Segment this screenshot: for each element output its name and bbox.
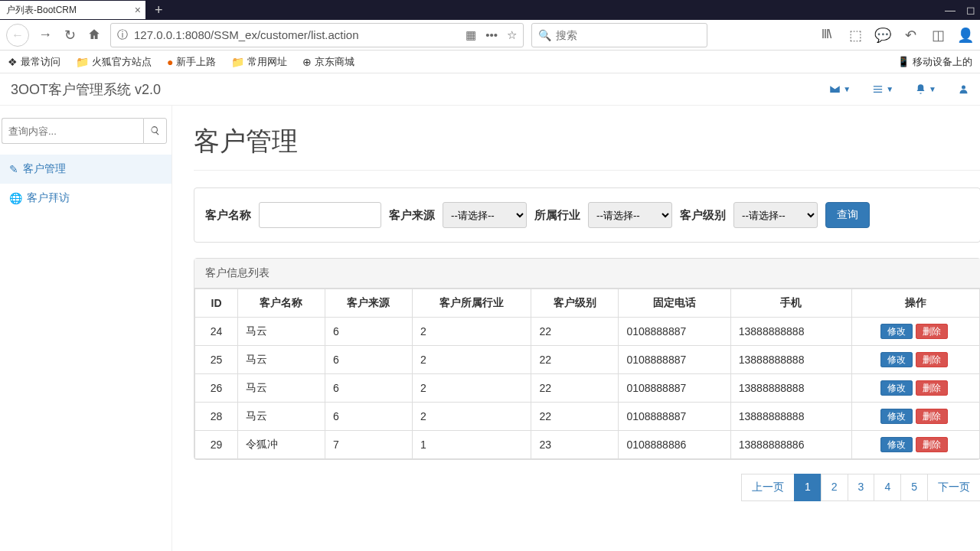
table-cell: 22 xyxy=(531,403,619,431)
divider xyxy=(194,170,980,171)
bookmark-item[interactable]: ❖最常访问 xyxy=(8,55,60,69)
delete-button[interactable]: 删除 xyxy=(916,409,948,424)
page-title: 客户管理 xyxy=(194,124,980,159)
table-cell: 令狐冲 xyxy=(238,431,325,459)
bell-dropdown[interactable]: ▼ xyxy=(915,83,936,95)
browser-tab[interactable]: 户列表-BootCRM × xyxy=(0,1,145,19)
table-cell: 6 xyxy=(325,403,412,431)
filter-label-name: 客户名称 xyxy=(205,208,251,223)
more-icon[interactable]: ••• xyxy=(485,28,498,42)
library-icon[interactable] xyxy=(819,27,836,44)
table-cell-ops: 修改删除 xyxy=(851,403,979,431)
browser-tabstrip: 户列表-BootCRM × + — ◻ xyxy=(0,0,980,20)
table-cell: 马云 xyxy=(238,318,325,346)
table-cell: 13888888888 xyxy=(730,318,851,346)
panel-title: 客户信息列表 xyxy=(194,259,980,289)
table-cell: 2 xyxy=(412,374,531,403)
bookmark-item[interactable]: ●新手上路 xyxy=(167,55,216,69)
sidebar: ✎ 客户管理 🌐 客户拜访 xyxy=(0,106,172,551)
bookmark-item[interactable]: ⊕京东商城 xyxy=(302,55,354,69)
pagination-prev[interactable]: 上一页 xyxy=(741,474,795,501)
table-row: 29令狐冲7123010888888613888888886修改删除 xyxy=(195,431,980,459)
forward-button[interactable]: → xyxy=(37,27,54,43)
table-cell-ops: 修改删除 xyxy=(851,318,979,346)
delete-button[interactable]: 删除 xyxy=(916,324,948,339)
sidebar-search-input[interactable] xyxy=(2,118,143,144)
screenshot-icon[interactable]: ⬚ xyxy=(847,27,864,44)
table-cell: 0108888887 xyxy=(619,318,730,346)
table-header: 客户名称 xyxy=(238,289,325,318)
pagination-page[interactable]: 2 xyxy=(821,474,848,501)
browser-search-input[interactable] xyxy=(556,29,701,41)
sidebar-item-customer-visit[interactable]: 🌐 客户拜访 xyxy=(0,184,172,213)
table-cell: 0108888887 xyxy=(619,374,730,403)
customer-name-input[interactable] xyxy=(259,202,381,228)
info-icon[interactable]: ⓘ xyxy=(117,28,128,42)
edit-button[interactable]: 修改 xyxy=(880,437,913,452)
browser-search[interactable]: 🔍 xyxy=(531,23,707,47)
table-cell-ops: 修改删除 xyxy=(851,346,979,374)
mail-dropdown[interactable]: ▼ xyxy=(829,83,851,95)
table-cell: 6 xyxy=(325,374,412,403)
delete-button[interactable]: 删除 xyxy=(916,352,948,367)
reload-button[interactable]: ↻ xyxy=(61,27,78,44)
table-cell: 22 xyxy=(531,374,619,403)
window-controls: — ◻ xyxy=(945,4,975,16)
table-cell: 13888888886 xyxy=(730,431,851,459)
filter-label-industry: 所属行业 xyxy=(534,208,580,223)
query-button[interactable]: 查询 xyxy=(825,202,870,228)
bookmark-item[interactable]: 📁常用网址 xyxy=(231,55,287,69)
home-button[interactable] xyxy=(86,27,103,43)
sidebar-search-button[interactable] xyxy=(143,118,167,144)
delete-button[interactable]: 删除 xyxy=(916,437,948,452)
back-button[interactable]: ← xyxy=(6,24,29,47)
edit-button[interactable]: 修改 xyxy=(880,352,913,367)
profile-icon[interactable]: 👤 xyxy=(957,27,974,44)
table-row: 26马云6222010888888713888888888修改删除 xyxy=(195,374,980,403)
customer-industry-select[interactable]: --请选择-- xyxy=(588,202,672,228)
table-header: 手机 xyxy=(730,289,851,318)
table-cell: 马云 xyxy=(238,346,325,374)
sidebar-item-label: 客户管理 xyxy=(23,162,66,176)
pagination-next[interactable]: 下一页 xyxy=(927,474,980,501)
customer-level-select[interactable]: --请选择-- xyxy=(733,202,818,228)
pagination-page[interactable]: 5 xyxy=(900,474,928,501)
edit-icon: ✎ xyxy=(9,163,18,175)
table-header: 客户来源 xyxy=(325,289,412,318)
sidebar-icon[interactable]: ◫ xyxy=(929,27,946,44)
table-cell: 2 xyxy=(412,346,531,374)
table-cell: 2 xyxy=(412,403,531,431)
chat-icon[interactable]: 💬 xyxy=(874,27,891,44)
table-header: 操作 xyxy=(851,289,979,318)
bookmark-item[interactable]: 📁火狐官方站点 xyxy=(76,55,152,69)
undo-icon[interactable]: ↶ xyxy=(902,27,919,44)
customer-source-select[interactable]: --请选择-- xyxy=(443,202,527,228)
list-dropdown[interactable]: ▼ xyxy=(872,83,893,95)
search-icon: 🔍 xyxy=(538,29,551,41)
close-icon[interactable]: × xyxy=(135,4,141,16)
star-icon[interactable]: ☆ xyxy=(507,28,517,42)
globe-icon: 🌐 xyxy=(9,192,22,204)
new-tab-button[interactable]: + xyxy=(155,2,163,18)
table-cell: 13888888888 xyxy=(730,346,851,374)
table-cell: 马云 xyxy=(238,374,325,403)
maximize-icon[interactable]: ◻ xyxy=(966,4,975,16)
table-cell: 0108888887 xyxy=(619,403,730,431)
pagination: 上一页12345下一页 xyxy=(194,474,980,501)
sidebar-item-customer-manage[interactable]: ✎ 客户管理 xyxy=(0,155,172,184)
pagination-page[interactable]: 3 xyxy=(848,474,875,501)
pagination-page[interactable]: 1 xyxy=(794,474,822,501)
qr-icon[interactable]: ▦ xyxy=(466,28,476,42)
filter-panel: 客户名称 客户来源 --请选择-- 所属行业 --请选择-- 客户级别 --请选… xyxy=(194,187,980,243)
url-bar[interactable]: ⓘ 127.0.0.1:8080/SSM_ex/customer/list.ac… xyxy=(110,23,524,47)
edit-button[interactable]: 修改 xyxy=(880,380,913,396)
bookmark-mobile[interactable]: 📱移动设备上的 xyxy=(897,55,972,69)
main-content: 客户管理 客户名称 客户来源 --请选择-- 所属行业 --请选择-- 客户级别… xyxy=(172,106,980,551)
edit-button[interactable]: 修改 xyxy=(880,409,913,424)
delete-button[interactable]: 删除 xyxy=(916,380,948,396)
table-cell: 26 xyxy=(195,374,238,403)
minimize-icon[interactable]: — xyxy=(945,4,956,16)
user-icon[interactable] xyxy=(958,83,969,95)
edit-button[interactable]: 修改 xyxy=(880,324,913,339)
pagination-page[interactable]: 4 xyxy=(874,474,901,501)
